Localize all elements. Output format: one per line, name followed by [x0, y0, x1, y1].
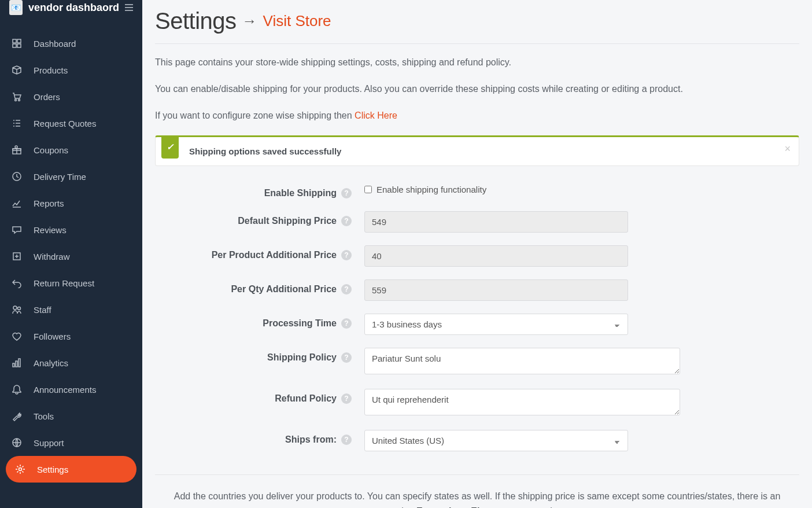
svg-point-4	[15, 100, 17, 101]
divider	[155, 474, 799, 475]
enable-shipping-checkbox-label[interactable]: Enable shipping functionality	[364, 183, 680, 194]
sidebar-item-products[interactable]: Products	[0, 57, 142, 83]
intro-p2: You can enable/disable shipping for your…	[155, 82, 799, 96]
enable-shipping-checkbox-text: Enable shipping functionality	[377, 185, 486, 194]
arrow-icon: →	[242, 12, 257, 30]
sidebar-item-dashboard[interactable]: Dashboard	[0, 30, 142, 57]
clock-icon	[12, 171, 22, 182]
default-shipping-price-input[interactable]	[364, 211, 628, 233]
row-shipping-policy: Shipping Policy ?	[155, 348, 799, 376]
svg-point-9	[13, 306, 17, 310]
help-icon[interactable]: ?	[341, 216, 352, 226]
per-product-additional-input[interactable]	[364, 245, 628, 267]
default-shipping-price-label: Default Shipping Price	[238, 216, 337, 226]
ships-from-label: Ships from:	[285, 435, 337, 445]
processing-time-select[interactable]: 1-3 business days	[364, 314, 628, 335]
users-icon	[12, 304, 22, 315]
gear-icon	[15, 464, 25, 474]
sidebar-item-request-quotes[interactable]: Request Quotes	[0, 110, 142, 137]
sidebar-item-tools[interactable]: Tools	[0, 403, 142, 429]
help-icon[interactable]: ?	[341, 393, 352, 404]
sidebar-item-label: Staff	[34, 305, 51, 315]
success-alert: ✓ Shipping options saved successfully ×	[155, 135, 799, 166]
brand-avatar: 📧	[9, 0, 23, 15]
zone-shipping-link[interactable]: Click Here	[355, 111, 397, 120]
sidebar-item-withdraw[interactable]: Withdraw	[0, 243, 142, 270]
intro-text: This page contains your store-wide shipp…	[155, 56, 799, 123]
svg-rect-12	[16, 361, 17, 367]
visit-store-link[interactable]: Visit Store	[263, 12, 331, 30]
intro-p1: This page contains your store-wide shipp…	[155, 56, 799, 69]
svg-rect-13	[19, 359, 20, 367]
main-content: Settings → Visit Store This page contain…	[142, 0, 812, 508]
brand-row: 📧 vendor dashbaord	[0, 0, 142, 19]
sidebar-item-coupons[interactable]: Coupons	[0, 137, 142, 163]
refund-policy-textarea[interactable]	[364, 389, 680, 415]
intro-p3-prefix: If you want to configure zone wise shipp…	[155, 111, 355, 120]
sidebar-item-staff[interactable]: Staff	[0, 296, 142, 323]
per-qty-additional-input[interactable]	[364, 279, 628, 301]
sidebar-item-label: Tools	[34, 411, 54, 421]
check-icon: ✓	[161, 135, 179, 159]
sidebar-item-announcements[interactable]: Announcements	[0, 376, 142, 403]
svg-rect-2	[13, 44, 16, 47]
countries-note-bold: Everywhere Else	[416, 506, 490, 508]
help-icon[interactable]: ?	[341, 352, 352, 363]
enable-shipping-checkbox[interactable]	[364, 186, 372, 193]
menu-toggle-icon[interactable]	[125, 4, 133, 11]
svg-rect-0	[13, 39, 16, 43]
sidebar-item-support[interactable]: Support	[0, 429, 142, 456]
sidebar-item-label: Support	[34, 438, 64, 448]
row-ships-from: Ships from: ? United States (US)	[155, 430, 799, 451]
ships-from-select[interactable]: United States (US)	[364, 430, 628, 451]
sidebar-item-delivery-time[interactable]: Delivery Time	[0, 163, 142, 190]
help-icon[interactable]: ?	[341, 318, 352, 329]
sidebar-item-label: Request Quotes	[34, 119, 96, 128]
sidebar-item-analytics[interactable]: Analytics	[0, 349, 142, 376]
help-icon[interactable]: ?	[341, 250, 352, 260]
countries-note-suffix: , you can use that.	[490, 506, 566, 508]
alert-message: Shipping options saved successfully	[189, 146, 341, 156]
sidebar-nav: DashboardProductsOrdersRequest QuotesCou…	[0, 19, 142, 483]
globe-icon	[12, 437, 22, 448]
sidebar-item-label: Reports	[34, 198, 64, 208]
row-per-qty-additional: Per Qty Additional Price ?	[155, 279, 799, 301]
withdraw-icon	[12, 251, 22, 262]
sidebar-item-label: Coupons	[34, 145, 68, 155]
shipping-policy-textarea[interactable]	[364, 348, 680, 374]
sidebar-item-label: Orders	[34, 92, 60, 102]
gift-icon	[12, 145, 22, 155]
processing-time-label: Processing Time	[263, 318, 337, 329]
countries-note: Add the countries you deliver your produ…	[155, 489, 799, 508]
help-icon[interactable]: ?	[341, 435, 352, 445]
sidebar-item-return-request[interactable]: Return Request	[0, 270, 142, 296]
sidebar-item-label: Return Request	[34, 278, 94, 288]
heart-icon	[12, 331, 22, 341]
per-product-additional-label: Per Product Additional Price	[212, 250, 337, 260]
row-default-shipping-price: Default Shipping Price ?	[155, 211, 799, 233]
sidebar-item-label: Withdraw	[34, 252, 70, 262]
svg-point-15	[19, 468, 22, 471]
sidebar-item-followers[interactable]: Followers	[0, 323, 142, 349]
sidebar-item-orders[interactable]: Orders	[0, 83, 142, 110]
list-icon	[12, 118, 22, 128]
sidebar-item-reports[interactable]: Reports	[0, 190, 142, 216]
svg-rect-11	[13, 363, 14, 367]
shipping-policy-label: Shipping Policy	[267, 352, 337, 363]
dashboard-icon	[12, 38, 22, 49]
sidebar-item-reviews[interactable]: Reviews	[0, 216, 142, 243]
sidebar-item-label: Reviews	[34, 225, 67, 235]
sidebar-item-label: Dashboard	[34, 39, 76, 49]
svg-rect-3	[17, 44, 21, 47]
help-icon[interactable]: ?	[341, 188, 352, 198]
page-title: Settings	[155, 8, 237, 34]
alert-close-button[interactable]: ×	[784, 143, 791, 155]
chart-icon	[12, 198, 22, 208]
help-icon[interactable]: ?	[341, 284, 352, 295]
sidebar-item-settings[interactable]: Settings	[6, 456, 136, 483]
sidebar: 📧 vendor dashbaord DashboardProductsOrde…	[0, 0, 142, 508]
box-icon	[12, 65, 22, 75]
sidebar-item-label: Delivery Time	[34, 172, 86, 182]
svg-rect-1	[17, 39, 21, 43]
sidebar-item-label: Analytics	[34, 358, 68, 368]
